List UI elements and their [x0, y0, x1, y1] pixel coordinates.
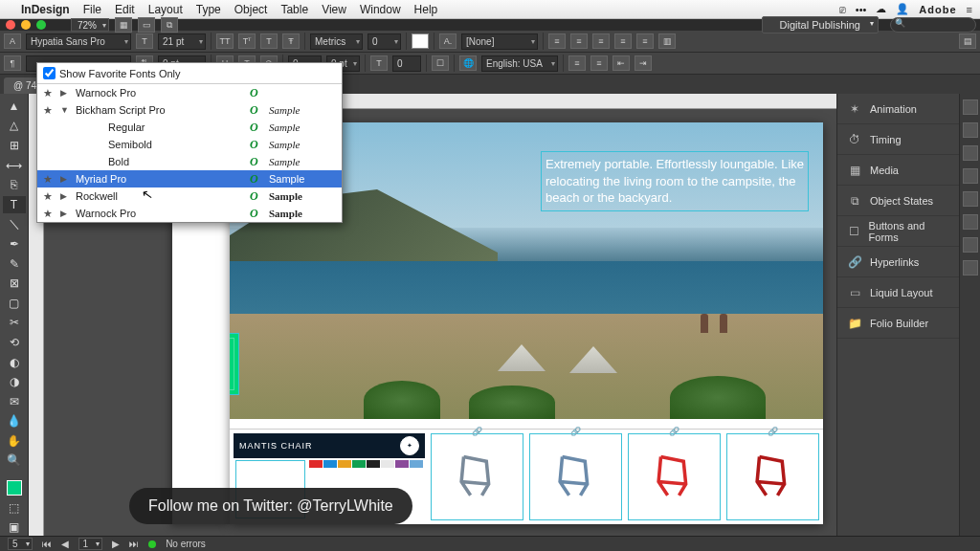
- menu-view[interactable]: View: [322, 3, 346, 16]
- page-tool[interactable]: ⊞: [3, 137, 26, 154]
- favorite-star-icon[interactable]: [43, 190, 55, 203]
- help-search-input[interactable]: [890, 17, 976, 33]
- menubar-list-icon[interactable]: ≡: [967, 4, 972, 15]
- product-thumbnail[interactable]: 🔗: [529, 433, 622, 520]
- align-left-icon[interactable]: ≡: [548, 33, 566, 49]
- line-tool[interactable]: ＼: [3, 216, 26, 233]
- baseline-shift-icon[interactable]: T: [370, 55, 388, 71]
- favorite-star-icon[interactable]: [43, 208, 55, 220]
- smallcaps-icon[interactable]: Tᵀ: [238, 33, 256, 49]
- hand-tool[interactable]: ✋: [3, 432, 26, 450]
- dock-icon[interactable]: [963, 237, 978, 253]
- justify-icon[interactable]: ≡: [614, 33, 632, 49]
- fill-color-icon[interactable]: [412, 33, 429, 49]
- direct-selection-tool[interactable]: △: [3, 118, 26, 135]
- zoom-level-combo[interactable]: 72%: [71, 18, 109, 32]
- zoom-tool[interactable]: 🔍: [3, 452, 26, 470]
- type-tool[interactable]: T: [3, 196, 26, 213]
- product-thumbnail[interactable]: 🔗: [431, 433, 523, 520]
- allcaps-icon[interactable]: TT: [216, 33, 234, 49]
- page-nav-last-icon[interactable]: ⏭: [129, 539, 139, 549]
- color-swatch[interactable]: [367, 460, 380, 468]
- page-nav-prev-icon[interactable]: ◀: [61, 539, 69, 549]
- page-number-combo[interactable]: 1: [78, 538, 103, 550]
- fill-stroke-swatch[interactable]: [3, 479, 26, 496]
- rectangle-frame-tool[interactable]: ⊠: [3, 275, 26, 292]
- menubar-user-icon[interactable]: 👤: [896, 3, 909, 15]
- language-combo[interactable]: English: USA: [481, 55, 558, 72]
- paragraph-mode-icon[interactable]: ¶: [4, 55, 21, 71]
- menu-type[interactable]: Type: [196, 3, 221, 16]
- expand-arrow-icon[interactable]: [60, 174, 70, 184]
- font-row[interactable]: BoldSample: [37, 153, 342, 170]
- dock-icon[interactable]: [963, 191, 978, 207]
- align-center-icon[interactable]: ≡: [570, 33, 588, 49]
- eyedropper-tool[interactable]: 💧: [3, 413, 26, 430]
- selection-tool[interactable]: ▲: [3, 98, 26, 115]
- align-right-icon[interactable]: ≡: [592, 33, 610, 49]
- menu-object[interactable]: Object: [234, 3, 268, 16]
- font-row[interactable]: Bickham Script ProSample: [37, 101, 342, 119]
- panel-buttons-and-forms[interactable]: ☐Buttons and Forms: [837, 216, 959, 247]
- justify-all-icon[interactable]: ≡: [636, 33, 654, 49]
- dock-icon[interactable]: [963, 214, 978, 230]
- show-favorites-checkbox[interactable]: Show Favorite Fonts Only: [43, 67, 336, 79]
- panel-folio-builder[interactable]: 📁Folio Builder: [837, 308, 959, 339]
- preflight-status-icon[interactable]: [148, 540, 156, 548]
- font-row[interactable]: Warnock ProSample: [37, 205, 342, 222]
- dock-icon[interactable]: [963, 168, 978, 184]
- note-tool[interactable]: ✉: [3, 393, 26, 410]
- panel-media[interactable]: ▦Media: [837, 155, 959, 186]
- menu-layout[interactable]: Layout: [148, 3, 183, 16]
- hero-text-frame[interactable]: Extremely portable. Effortlessly loungab…: [541, 151, 809, 211]
- font-row[interactable]: RockwellSample: [37, 187, 342, 205]
- panel-animation[interactable]: ✶Animation: [837, 94, 959, 124]
- indent-left-icon[interactable]: ⇤: [612, 55, 630, 71]
- workspace-switcher[interactable]: Digital Publishing: [762, 16, 879, 33]
- expand-arrow-icon[interactable]: [60, 88, 70, 98]
- page-zoom-status[interactable]: 5: [8, 538, 33, 550]
- app-menu[interactable]: InDesign: [21, 3, 70, 16]
- product-thumbnail[interactable]: 🔗: [726, 433, 819, 520]
- menu-window[interactable]: Window: [360, 3, 401, 16]
- page-nav-next-icon[interactable]: ▶: [112, 539, 120, 549]
- arrange-docs-icon[interactable]: ⧉: [161, 17, 178, 33]
- favorite-star-icon[interactable]: [43, 104, 55, 117]
- color-swatch[interactable]: [352, 460, 366, 468]
- menubar-cloud-icon[interactable]: ☁: [876, 3, 886, 15]
- dock-icon[interactable]: [963, 99, 978, 115]
- menu-table[interactable]: Table: [280, 3, 308, 16]
- gradient-swatch-tool[interactable]: ◐: [3, 354, 26, 371]
- expand-arrow-icon[interactable]: [60, 209, 70, 218]
- menu-help[interactable]: Help: [414, 3, 438, 16]
- color-swatch[interactable]: [395, 460, 409, 468]
- panel-timing[interactable]: ⏱Timing: [837, 124, 959, 155]
- favorite-star-icon[interactable]: [43, 173, 55, 186]
- color-swatch[interactable]: [338, 460, 351, 468]
- product-thumbnail[interactable]: 🔗: [628, 433, 721, 520]
- font-row[interactable]: Warnock Pro: [37, 84, 342, 101]
- font-family-combo[interactable]: Hypatia Sans Pro: [26, 33, 131, 50]
- menubar-dots-icon[interactable]: •••: [856, 4, 867, 15]
- page-nav-first-icon[interactable]: ⏮: [42, 539, 52, 549]
- expand-arrow-icon[interactable]: [60, 191, 70, 201]
- pen-tool[interactable]: ✒: [3, 235, 26, 253]
- kerning-combo[interactable]: Metrics: [310, 33, 363, 50]
- panel-liquid-layout[interactable]: ▭Liquid Layout: [837, 277, 959, 308]
- green-object-frame[interactable]: [230, 333, 239, 395]
- default-fill-stroke-icon[interactable]: ⬚: [3, 499, 26, 517]
- free-transform-tool[interactable]: ⟲: [3, 334, 26, 351]
- numbers-icon[interactable]: ≡: [590, 55, 608, 71]
- baseline-field[interactable]: 0: [392, 55, 421, 72]
- menubar-camera-icon[interactable]: ⎚: [839, 4, 846, 15]
- bullets-icon[interactable]: ≡: [568, 55, 586, 71]
- columns-icon[interactable]: ▥: [658, 33, 676, 49]
- favorite-star-icon[interactable]: [43, 87, 55, 99]
- minimize-window-button[interactable]: [21, 20, 31, 30]
- char-style-combo[interactable]: [None]: [461, 33, 538, 50]
- menu-file[interactable]: File: [83, 3, 101, 16]
- scissors-tool[interactable]: ✂: [3, 315, 26, 332]
- dock-icon[interactable]: [963, 260, 978, 276]
- superscript-icon[interactable]: T: [260, 33, 278, 49]
- strikethrough-icon[interactable]: Ŧ: [282, 33, 300, 49]
